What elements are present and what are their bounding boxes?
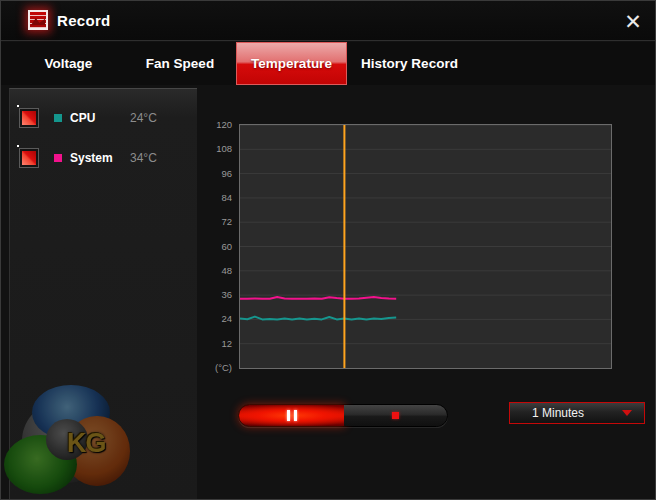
cpu-record-checkbox[interactable]: [19, 108, 39, 128]
kitguru-watermark-logo: KG: [4, 385, 130, 499]
y-axis-tick: 24: [221, 313, 232, 324]
chevron-down-icon: [622, 410, 632, 416]
checkbox-corner-dot: [17, 145, 19, 147]
y-axis-tick: 48: [221, 265, 232, 276]
y-axis-tick: 120: [216, 119, 232, 130]
chart-canvas: [240, 125, 611, 368]
pause-icon: [287, 410, 290, 421]
y-axis-unit-label: (°C): [215, 362, 232, 373]
stop-button[interactable]: [344, 405, 447, 426]
tab-bar: Voltage Fan Speed Temperature History Re…: [1, 42, 655, 85]
record-icon-wave: [31, 18, 45, 25]
pause-icon: [294, 410, 297, 421]
system-record-checkbox[interactable]: [19, 148, 39, 168]
checkbox-checked-fill: [22, 151, 36, 165]
stop-icon: [392, 412, 399, 419]
system-label: System: [70, 151, 113, 165]
logo-kg-text: KG: [67, 428, 106, 461]
tab-temperature[interactable]: Temperature: [236, 42, 347, 85]
cpu-label: CPU: [70, 111, 95, 125]
y-axis-tick: 96: [221, 168, 232, 179]
cpu-series-swatch: [54, 114, 62, 122]
y-axis-tick: 60: [221, 241, 232, 252]
record-app-icon: [28, 10, 48, 30]
y-axis-tick: 84: [221, 192, 232, 203]
system-temperature-value: 34°C: [130, 151, 157, 165]
y-axis-tick: 72: [221, 216, 232, 227]
pause-button[interactable]: [239, 405, 344, 426]
y-axis-tick: 12: [221, 338, 232, 349]
sensor-sidebar: CPU 24°C System 34°C KG: [9, 88, 197, 500]
close-icon[interactable]: ✕: [619, 8, 647, 36]
y-axis-tick: 108: [216, 143, 232, 154]
tab-history-record[interactable]: History Record: [347, 42, 472, 85]
sensor-row-cpu: CPU 24°C: [10, 108, 197, 132]
window-title: Record: [57, 1, 110, 41]
y-axis-tick-labels: 1201089684726048362412(°C): [199, 124, 233, 376]
tab-voltage[interactable]: Voltage: [13, 42, 124, 85]
tab-fan-speed[interactable]: Fan Speed: [124, 42, 236, 85]
sensor-row-system: System 34°C: [10, 148, 197, 172]
record-control-pill: [238, 404, 448, 427]
checkbox-corner-dot: [17, 105, 19, 107]
interval-selected-value: 1 Minutes: [510, 406, 622, 420]
record-window: Record ✕ Voltage Fan Speed Temperature H…: [0, 0, 656, 500]
checkbox-checked-fill: [22, 111, 36, 125]
title-bar: Record ✕: [1, 1, 655, 41]
temperature-chart: [239, 124, 612, 369]
interval-dropdown[interactable]: 1 Minutes: [509, 402, 645, 424]
cpu-temperature-value: 24°C: [130, 111, 157, 125]
y-axis-tick: 36: [221, 289, 232, 300]
system-series-swatch: [54, 154, 62, 162]
